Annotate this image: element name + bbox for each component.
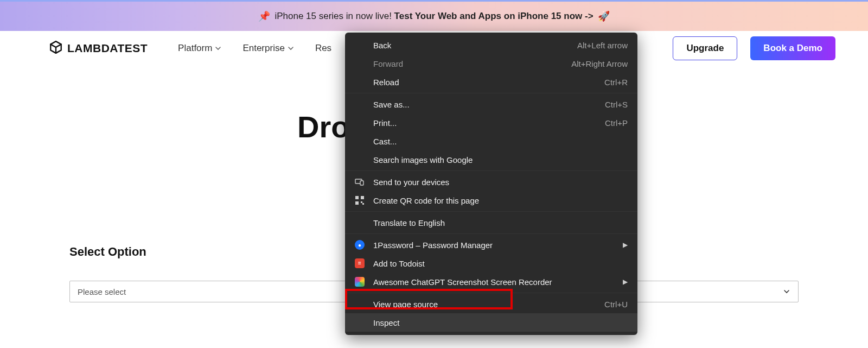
chevron-down-icon (783, 288, 790, 295)
menu-forward-shortcut: Alt+Right Arrow (571, 59, 628, 68)
pushpin-icon: 📌 (258, 10, 270, 22)
menu-reload-label: Reload (373, 78, 604, 87)
menu-back-label: Back (373, 41, 577, 50)
logo[interactable]: LAMBDATEST (49, 40, 148, 56)
main-nav: Platform Enterprise Res (178, 43, 331, 54)
menu-send-devices-label: Send to your devices (373, 178, 628, 187)
chevron-down-icon (215, 46, 221, 51)
nav-platform[interactable]: Platform (178, 43, 221, 54)
nav-enterprise[interactable]: Enterprise (242, 43, 293, 54)
upgrade-button[interactable]: Upgrade (673, 36, 737, 60)
nav-resources[interactable]: Res (315, 43, 331, 54)
svg-rect-2 (355, 196, 359, 199)
logo-text: LAMBDATEST (67, 42, 148, 55)
menu-awesome-screenshot[interactable]: Awesome ChatGPT Screenshot Screen Record… (345, 273, 637, 291)
chevron-right-icon: ▶ (623, 278, 628, 286)
menu-print-label: Print... (373, 118, 605, 128)
page-title: Dro (297, 109, 349, 144)
svg-rect-3 (361, 196, 364, 199)
menu-view-source-label: View page source (373, 300, 604, 309)
menu-back[interactable]: Back Alt+Left arrow (345, 36, 637, 54)
browser-context-menu: Back Alt+Left arrow Forward Alt+Right Ar… (345, 33, 637, 335)
logo-icon (49, 40, 63, 56)
menu-print[interactable]: Print... Ctrl+P (345, 113, 637, 132)
menu-forward-label: Forward (373, 59, 571, 68)
menu-qr-label: Create QR code for this page (373, 196, 628, 205)
menu-reload-shortcut: Ctrl+R (604, 78, 628, 87)
svg-rect-4 (355, 201, 359, 205)
menu-view-source[interactable]: View page source Ctrl+U (345, 295, 637, 313)
menu-back-shortcut: Alt+Left arrow (577, 41, 628, 50)
menu-create-qr[interactable]: Create QR code for this page (345, 191, 637, 210)
menu-save-as-shortcut: Ctrl+S (605, 100, 628, 109)
menu-save-as-label: Save as... (373, 100, 605, 109)
menu-1password-label: 1Password – Password Manager (373, 241, 628, 250)
menu-forward: Forward Alt+Right Arrow (345, 54, 637, 73)
menu-translate[interactable]: Translate to English (345, 213, 637, 232)
menu-search-images-label: Search images with Google (373, 155, 628, 164)
devices-icon (355, 177, 365, 187)
menu-cast[interactable]: Cast... (345, 132, 637, 150)
select-placeholder: Please select (78, 287, 126, 296)
qr-code-icon (355, 195, 365, 205)
menu-todoist[interactable]: ≡ Add to Todoist (345, 254, 637, 273)
svg-rect-1 (360, 181, 363, 185)
nav-resources-label: Res (315, 43, 331, 54)
menu-inspect[interactable]: Inspect (345, 313, 637, 332)
promo-text: iPhone 15 series in now live! (275, 11, 394, 21)
menu-1password[interactable]: ● 1Password – Password Manager ▶ (345, 236, 637, 254)
menu-separator (345, 211, 637, 212)
chevron-down-icon (288, 46, 293, 51)
awesome-screenshot-icon (355, 277, 365, 287)
menu-todoist-label: Add to Todoist (373, 259, 628, 268)
promo-text-bold: Test Your Web and Apps on iPhone 15 now … (394, 11, 593, 21)
header-actions: Upgrade Book a Demo (673, 36, 835, 60)
menu-search-images[interactable]: Search images with Google (345, 150, 637, 169)
menu-awesome-label: Awesome ChatGPT Screenshot Screen Record… (373, 277, 628, 287)
book-demo-button[interactable]: Book a Demo (750, 36, 835, 60)
nav-enterprise-label: Enterprise (242, 43, 284, 54)
menu-view-source-shortcut: Ctrl+U (604, 300, 628, 309)
menu-reload[interactable]: Reload Ctrl+R (345, 73, 637, 91)
todoist-icon: ≡ (355, 258, 365, 268)
rocket-icon: 🚀 (598, 10, 610, 22)
menu-separator (345, 170, 637, 171)
menu-print-shortcut: Ctrl+P (605, 118, 628, 128)
svg-rect-6 (362, 203, 364, 205)
menu-cast-label: Cast... (373, 137, 628, 146)
menu-separator (345, 93, 637, 93)
nav-platform-label: Platform (178, 43, 212, 54)
svg-rect-5 (361, 201, 362, 203)
menu-send-to-devices[interactable]: Send to your devices (345, 173, 637, 191)
chevron-right-icon: ▶ (623, 241, 628, 249)
onepassword-icon: ● (355, 240, 365, 250)
menu-separator (345, 233, 637, 234)
promo-banner[interactable]: 📌 iPhone 15 series in now live! Test You… (0, 2, 868, 31)
menu-inspect-label: Inspect (373, 318, 628, 327)
menu-save-as[interactable]: Save as... Ctrl+S (345, 95, 637, 113)
menu-translate-label: Translate to English (373, 218, 628, 227)
menu-separator (345, 293, 637, 293)
